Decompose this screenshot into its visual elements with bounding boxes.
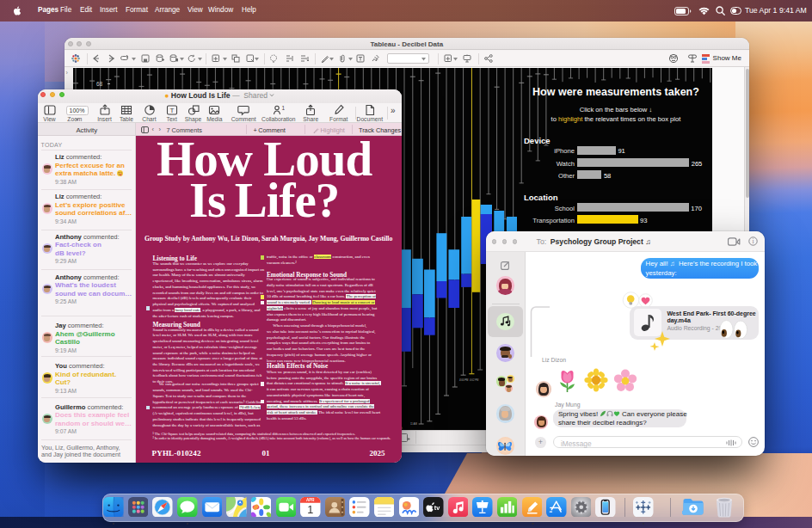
svg-text:tv: tv [434, 504, 440, 512]
svg-text:i: i [753, 237, 754, 245]
svg-text:APR: APR [306, 498, 315, 502]
svg-text:1: 1 [307, 502, 313, 515]
svg-text:1: 1 [281, 105, 285, 111]
svg-text:T: T [169, 107, 174, 114]
